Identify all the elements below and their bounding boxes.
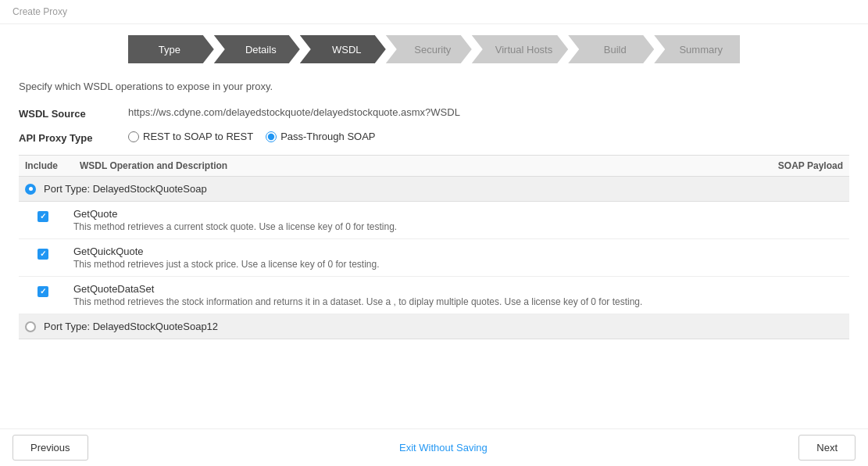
op-name-getquote: GetQuote xyxy=(73,208,843,220)
desc-col-getquickquote: GetQuickQuote This method retrieves just… xyxy=(73,246,843,270)
op-name-getquickquote: GetQuickQuote xyxy=(73,246,843,257)
step-virtual-hosts[interactable]: Virtual Hosts xyxy=(472,35,568,63)
op-desc-getquote: This method retrieves a current stock qu… xyxy=(73,221,843,232)
checkbox-getquickquote[interactable] xyxy=(38,249,48,260)
operations-table: Include WSDL Operation and Description S… xyxy=(19,155,849,339)
radio-rest-to-soap[interactable]: REST to SOAP to REST xyxy=(128,131,253,142)
api-proxy-type-row: API Proxy Type REST to SOAP to REST Pass… xyxy=(19,131,849,144)
content-area: Specify which WSDL operations to expose … xyxy=(0,71,868,339)
radio-group: REST to SOAP to REST Pass-Through SOAP xyxy=(128,131,376,142)
checkbox-getquotedataset[interactable] xyxy=(38,286,48,297)
table-header: Include WSDL Operation and Description S… xyxy=(19,155,849,177)
col-include-header: Include xyxy=(25,160,80,171)
step-details[interactable]: Details xyxy=(214,35,300,63)
step-type-label: Type xyxy=(159,44,180,56)
port-type-label-1: Port Type: DelayedStockQuoteSoap xyxy=(44,183,207,195)
step-security[interactable]: Security xyxy=(386,35,472,63)
step-summary-label: Summary xyxy=(679,44,723,56)
page-title: Create Proxy xyxy=(0,0,868,24)
radio-rest-to-soap-label: REST to SOAP to REST xyxy=(143,131,253,142)
port-type-row-2[interactable]: Port Type: DelayedStockQuoteSoap12 xyxy=(19,314,849,339)
radio-pass-through-soap[interactable]: Pass-Through SOAP xyxy=(266,131,375,142)
previous-button[interactable]: Previous xyxy=(13,435,88,461)
desc-col-getquotedataset: GetQuoteDataSet This method retrieves th… xyxy=(73,283,843,307)
radio-rest-to-soap-input[interactable] xyxy=(128,131,139,142)
table-body: Port Type: DelayedStockQuoteSoap GetQuot… xyxy=(19,177,849,339)
step-security-label: Security xyxy=(414,44,451,56)
op-desc-getquickquote: This method retrieves just a stock price… xyxy=(73,259,843,270)
step-virtual-hosts-label: Virtual Hosts xyxy=(495,44,552,56)
checkbox-col-getquotedataset[interactable] xyxy=(38,283,73,297)
operation-row-getquickquote: GetQuickQuote This method retrieves just… xyxy=(19,239,849,277)
step-build[interactable]: Build xyxy=(568,35,654,63)
port-type-radio-2[interactable] xyxy=(25,321,36,332)
operation-row-getquotedataset: GetQuoteDataSet This method retrieves th… xyxy=(19,277,849,314)
desc-col-getquote: GetQuote This method retrieves a current… xyxy=(73,208,843,232)
step-summary[interactable]: Summary xyxy=(654,35,740,63)
operation-row-getquote: GetQuote This method retrieves a current… xyxy=(19,202,849,239)
radio-pass-through-soap-input[interactable] xyxy=(266,131,277,142)
port-type-label-2: Port Type: DelayedStockQuoteSoap12 xyxy=(44,321,218,332)
col-operation-header: WSDL Operation and Description xyxy=(80,160,749,171)
page-subtitle: Specify which WSDL operations to expose … xyxy=(19,81,849,92)
wizard-steps: Type Details WSDL Security Virtual Hosts… xyxy=(0,24,868,71)
wsdl-source-value: https://ws.cdyne.com/delayedstockquote/d… xyxy=(128,106,460,118)
footer: Previous Exit Without Saving Next xyxy=(0,428,868,466)
op-desc-getquotedataset: This method retrieves the stock informat… xyxy=(73,296,843,307)
port-type-radio-1[interactable] xyxy=(25,184,36,195)
radio-pass-through-soap-label: Pass-Through SOAP xyxy=(280,131,375,142)
step-type[interactable]: Type xyxy=(128,35,214,63)
checkbox-col-getquickquote[interactable] xyxy=(38,246,73,260)
step-details-label: Details xyxy=(245,44,277,56)
port-type-row-1[interactable]: Port Type: DelayedStockQuoteSoap xyxy=(19,177,849,202)
step-wsdl[interactable]: WSDL xyxy=(300,35,386,63)
checkbox-getquote[interactable] xyxy=(38,211,48,222)
wsdl-source-label: WSDL Source xyxy=(19,106,128,120)
step-build-label: Build xyxy=(604,44,627,56)
wsdl-source-row: WSDL Source https://ws.cdyne.com/delayed… xyxy=(19,106,849,120)
checkbox-col-getquote[interactable] xyxy=(38,208,73,222)
col-soap-header: SOAP Payload xyxy=(749,160,843,171)
op-name-getquotedataset: GetQuoteDataSet xyxy=(73,283,843,295)
step-wsdl-label: WSDL xyxy=(332,44,362,56)
api-proxy-type-label: API Proxy Type xyxy=(19,131,128,144)
next-button[interactable]: Next xyxy=(798,435,855,461)
exit-without-saving-link[interactable]: Exit Without Saving xyxy=(399,442,488,453)
